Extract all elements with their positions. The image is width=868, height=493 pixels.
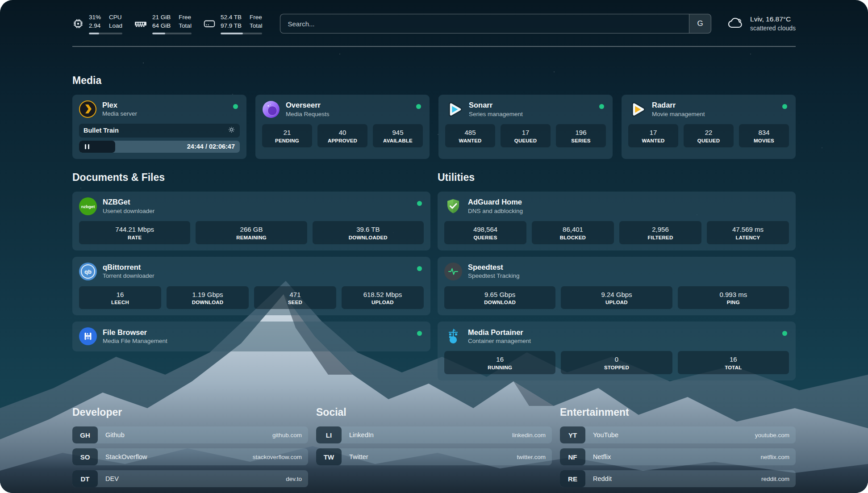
bookmark-dev[interactable]: DT DEV dev.to [72, 470, 308, 487]
bookmark-url: reddit.com [761, 476, 796, 482]
disk-labels: FreeTotal [250, 13, 263, 30]
bookmark-stackoverflow[interactable]: SO StackOverflow stackoverflow.com [72, 448, 308, 465]
svg-text:nzbget: nzbget [81, 204, 95, 209]
bookmark-abbr: DT [72, 470, 98, 487]
bookmark-linkedin[interactable]: LI LinkedIn linkedin.com [316, 426, 552, 443]
section-title-documents: Documents & Files [72, 171, 430, 184]
cpu-values: 31%2.94 [89, 13, 101, 30]
bookmark-reddit[interactable]: RE Reddit reddit.com [560, 470, 796, 487]
bookmark-url: github.com [272, 432, 308, 439]
section-title-media: Media [72, 75, 796, 87]
bookmark-url: dev.to [286, 476, 308, 482]
utilities-column: Utilities [438, 171, 796, 380]
bookmark-abbr: TW [316, 448, 342, 465]
status-dot [233, 104, 238, 109]
plex-icon [79, 100, 96, 118]
session-settings-icon[interactable] [228, 126, 235, 135]
weather-condition: scattered clouds [750, 24, 796, 33]
service-subtitle: Torrent downloader [103, 272, 154, 280]
weather-location-temp: Lviv, 16.87°C [750, 15, 796, 24]
bookmark-twitter[interactable]: TW Twitter twitter.com [316, 448, 552, 465]
section-title-entertainment: Entertainment [560, 406, 796, 418]
bookmark-github[interactable]: GH Github github.com [72, 426, 308, 443]
stat-tile-queued: 17 QUEUED [501, 124, 551, 147]
stat-tile-available: 945 AVAILABLE [373, 124, 423, 147]
svg-text:qb: qb [84, 268, 92, 275]
bookmark-abbr: SO [72, 448, 98, 465]
service-card-speedtest[interactable]: Speedtest Speedtest Tracking 9.65 Gbps D… [438, 257, 796, 316]
bookmark-url: linkedin.com [512, 432, 552, 439]
search-provider-button[interactable]: G [689, 14, 711, 33]
bookmark-name: Twitter [342, 453, 517, 460]
disk-icon [203, 18, 216, 29]
stat-tile-download: 1.19 Gbps DOWNLOAD [167, 286, 249, 309]
disk-values: 52.4 TB97.9 TB [221, 13, 242, 30]
bookmark-url: twitter.com [517, 454, 552, 460]
status-dot [416, 104, 421, 109]
status-dot [417, 201, 422, 206]
bookmark-name: Netflix [585, 453, 760, 460]
bookmark-name: DEV [98, 475, 286, 482]
adguard-icon [444, 197, 462, 215]
stat-tile-wanted: 17 WANTED [628, 124, 678, 147]
disk-progress-bar [221, 33, 263, 34]
bookmark-abbr: YT [560, 426, 585, 443]
sonarr-icon [445, 100, 463, 118]
memory-labels: FreeTotal [179, 13, 192, 30]
bookmark-netflix[interactable]: NF Netflix netflix.com [560, 448, 796, 465]
service-card-adguard[interactable]: AdGuard Home DNS and adblocking 498,564 … [438, 192, 796, 251]
stat-tile-downloaded: 39.6 TB DOWNLOADED [313, 221, 424, 244]
bookmark-abbr: NF [560, 448, 585, 465]
weather-widget: Lviv, 16.87°C scattered clouds [726, 15, 796, 33]
playback-progress-bar: 24:44 / 02:06:47 [79, 141, 240, 153]
service-card-qbittorrent[interactable]: qb qBittorrent Torrent downloader [72, 257, 430, 316]
service-card-portainer[interactable]: Media Portainer Container management 16 … [438, 322, 796, 380]
bookmark-abbr: LI [316, 426, 342, 443]
memory-stat-widget: 21 GiB64 GiB FreeTotal [134, 13, 192, 34]
service-card-sonarr[interactable]: Sonarr Series management 485 WANTED 17 Q… [438, 95, 613, 159]
now-playing-title: Bullet Train [83, 127, 119, 134]
filebrowser-icon [79, 327, 97, 345]
stat-tile-blocked: 86,401 BLOCKED [532, 221, 614, 244]
memory-icon [134, 18, 147, 29]
search-bar: G [280, 14, 711, 33]
bookmark-youtube[interactable]: YT YouTube youtube.com [560, 426, 796, 443]
cpu-icon [72, 18, 84, 29]
stat-tile-leech: 16 LEECH [79, 286, 161, 309]
service-title: File Browser [103, 328, 167, 337]
pause-icon[interactable] [85, 144, 86, 149]
service-title: AdGuard Home [468, 197, 523, 207]
portainer-icon [444, 327, 462, 345]
disk-stat-widget: 52.4 TB97.9 TB FreeTotal [203, 13, 263, 34]
service-subtitle: Container management [468, 337, 531, 345]
stat-tile-running: 16 RUNNING [444, 351, 555, 374]
service-card-radarr[interactable]: Radarr Movie management 17 WANTED 22 QUE… [622, 95, 796, 159]
service-subtitle: Speedtest Tracking [468, 272, 520, 280]
playback-progress-fill [79, 141, 115, 153]
stat-tile-queued: 22 QUEUED [684, 124, 734, 147]
service-card-filebrowser[interactable]: File Browser Media File Management [72, 322, 430, 351]
service-title: Speedtest [468, 263, 520, 272]
cpu-labels: CPULoad [109, 13, 122, 30]
stat-tile-rate: 744.21 Mbps RATE [79, 221, 190, 244]
now-playing-row: Bullet Train [79, 124, 240, 138]
stat-tile-wanted: 485 WANTED [445, 124, 495, 147]
stat-tile-stopped: 0 STOPPED [561, 351, 672, 374]
service-subtitle: DNS and adblocking [468, 207, 523, 215]
stat-tile-pending: 21 PENDING [262, 124, 312, 147]
bookmark-name: YouTube [585, 431, 755, 439]
bookmark-name: Reddit [585, 475, 761, 482]
overseerr-icon [262, 100, 280, 118]
bookmark-group-entertainment: Entertainment YT YouTube youtube.com NF … [560, 406, 796, 492]
status-dot [599, 104, 604, 109]
service-card-overseerr[interactable]: Overseerr Media Requests 21 PENDING 40 A… [255, 95, 430, 159]
search-input[interactable] [280, 14, 689, 33]
stat-tile-upload: 9.24 Gbps UPLOAD [561, 286, 672, 309]
stat-tile-series: 196 SERIES [556, 124, 606, 147]
radarr-icon [628, 100, 646, 118]
service-card-plex[interactable]: Plex Media server Bullet Train [72, 95, 246, 159]
stat-tile-movies: 834 MOVIES [739, 124, 789, 147]
service-card-nzbget[interactable]: nzbget NZBGet Usenet downloader [72, 192, 430, 251]
service-title: Sonarr [469, 100, 523, 110]
speedtest-icon [444, 263, 462, 280]
